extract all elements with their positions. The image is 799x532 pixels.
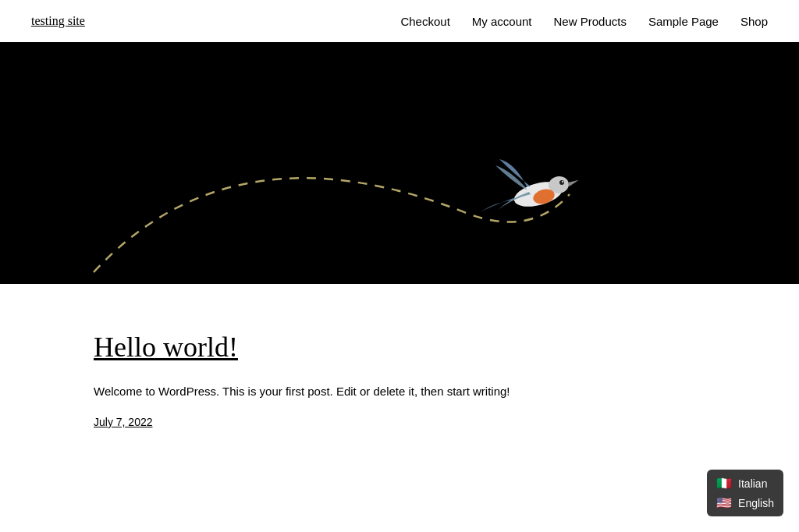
post-title[interactable]: Hello world! xyxy=(94,331,705,364)
svg-point-4 xyxy=(559,180,564,185)
svg-marker-2 xyxy=(568,180,580,186)
post-date[interactable]: July 7, 2022 xyxy=(94,416,153,428)
svg-point-5 xyxy=(562,181,563,183)
hero-section xyxy=(0,42,799,284)
english-flag: 🇺🇸 xyxy=(716,495,732,510)
header: testing site Checkout My account New Pro… xyxy=(0,0,799,42)
nav-sample-page[interactable]: Sample Page xyxy=(648,15,719,28)
main-content: Hello world! Welcome to WordPress. This … xyxy=(0,284,799,476)
post-excerpt: Welcome to WordPress. This is your first… xyxy=(94,382,705,401)
nav-my-account[interactable]: My account xyxy=(472,15,532,28)
italian-flag: 🇮🇹 xyxy=(716,476,732,491)
hero-svg xyxy=(0,42,799,284)
language-switcher: 🇮🇹 Italian 🇺🇸 English xyxy=(707,470,783,516)
nav-shop[interactable]: Shop xyxy=(740,15,768,28)
lang-italian[interactable]: 🇮🇹 Italian xyxy=(716,476,774,491)
lang-english[interactable]: 🇺🇸 English xyxy=(716,495,774,510)
nav-checkout[interactable]: Checkout xyxy=(400,15,449,28)
site-title[interactable]: testing site xyxy=(31,14,85,28)
nav-new-products[interactable]: New Products xyxy=(554,15,627,28)
main-nav: Checkout My account New Products Sample … xyxy=(400,15,768,28)
italian-label: Italian xyxy=(738,477,767,490)
english-label: English xyxy=(738,497,774,509)
